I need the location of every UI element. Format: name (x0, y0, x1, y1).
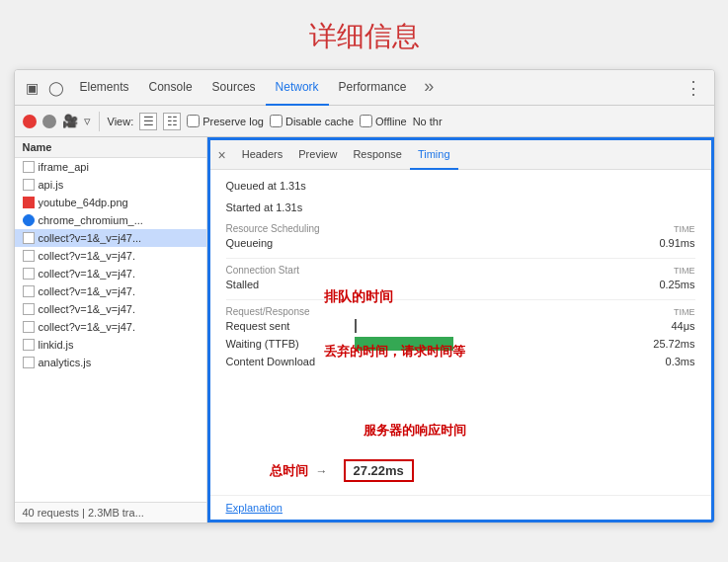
file-icon (23, 179, 35, 191)
explanation-link[interactable]: Explanation (226, 502, 283, 514)
list-item[interactable]: analytics.js (15, 354, 206, 371)
list-item[interactable]: api.js (15, 176, 206, 194)
chrome-icon (23, 214, 35, 226)
item-name: collect?v=1&_v=j47. (39, 285, 135, 297)
throttle-label: No thr (413, 116, 443, 127)
file-icon (23, 268, 35, 280)
item-name: iframe_api (39, 161, 89, 173)
item-name: collect?v=1&_v=j47. (39, 268, 135, 280)
disable-cache-group: Disable cache (270, 115, 354, 127)
disable-cache-checkbox[interactable] (270, 115, 283, 127)
preserve-log-group: Preserve log (187, 115, 264, 127)
divider-1 (226, 258, 695, 259)
file-icon (23, 357, 35, 368)
preserve-log-checkbox[interactable] (187, 115, 200, 127)
connection-start-header: Connection Start TIME (226, 265, 695, 276)
network-toolbar: 🎥 ▿ View: ☰ ☷ Preserve log Disable cache… (15, 106, 714, 137)
view-detail-icon[interactable]: ☷ (163, 113, 181, 130)
timing-tab-bar: × Headers Preview Response Timing (210, 140, 711, 170)
close-panel-button[interactable]: × (218, 147, 226, 163)
bar-marker (355, 319, 357, 333)
view-label: View: (108, 116, 134, 127)
inspect-icon[interactable]: ▣ (23, 78, 42, 98)
resource-scheduling-header: Resource Scheduling TIME (226, 223, 695, 234)
image-icon (23, 197, 35, 208)
disable-cache-label: Disable cache (285, 116, 354, 127)
tab-response[interactable]: Response (345, 140, 410, 170)
tab-headers[interactable]: Headers (234, 140, 291, 170)
request-sent-time: 44μs (631, 320, 695, 332)
clear-button[interactable] (42, 115, 56, 128)
item-name: collect?v=1&_v=j47. (39, 250, 135, 262)
camera-icon[interactable]: 🎥 (62, 114, 78, 128)
item-name: chrome_chromium_... (39, 214, 143, 226)
stalled-time: 0.25ms (631, 279, 695, 290)
network-list-panel: Name iframe_api api.js youtube_64dp.png … (15, 137, 207, 522)
time-header-1: TIME (631, 224, 695, 234)
view-list-icon[interactable]: ☰ (139, 113, 157, 130)
stalled-bar (355, 278, 631, 291)
connection-start-label: Connection Start (226, 265, 631, 276)
browser-window: ▣ ◯ Elements Console Sources Network Per… (14, 69, 715, 523)
tab-elements[interactable]: Elements (70, 70, 139, 106)
page-title: 详细信息 (0, 0, 728, 69)
list-item[interactable]: linkid.js (15, 336, 206, 354)
content-download-bar (355, 355, 631, 368)
tab-console[interactable]: Console (139, 70, 202, 106)
queueing-bar (355, 236, 631, 250)
list-item[interactable]: collect?v=1&_v=j47... (15, 229, 206, 247)
tab-more[interactable]: » (418, 70, 440, 106)
device-icon[interactable]: ◯ (46, 78, 66, 98)
network-list-header: Name (15, 137, 206, 158)
file-icon (23, 321, 35, 333)
request-sent-bar (355, 319, 631, 333)
list-item[interactable]: collect?v=1&_v=j47. (15, 318, 206, 336)
offline-checkbox[interactable] (360, 115, 372, 127)
stalled-label: Stalled (226, 279, 355, 290)
started-info: Started at 1.31s (226, 201, 695, 213)
tab-network[interactable]: Network (266, 70, 329, 106)
tab-preview[interactable]: Preview (290, 140, 345, 170)
toolbar-divider (99, 112, 100, 131)
preserve-log-label: Preserve log (202, 116, 264, 127)
file-icon (23, 250, 35, 262)
record-button[interactable] (23, 115, 37, 128)
time-header-3: TIME (631, 307, 695, 317)
ttfb-row: Waiting (TTFB) 25.72ms (226, 335, 695, 353)
file-icon (23, 161, 35, 173)
tab-sources[interactable]: Sources (202, 70, 266, 106)
ttfb-time: 25.72ms (631, 338, 695, 350)
timing-panel: × Headers Preview Response Timing Queued… (207, 137, 714, 522)
timing-content: Queued at 1.31s Started at 1.31s Resourc… (210, 170, 711, 495)
list-item[interactable]: iframe_api (15, 158, 206, 176)
list-item[interactable]: collect?v=1&_v=j47. (15, 247, 206, 265)
devtools-body: Name iframe_api api.js youtube_64dp.png … (15, 137, 714, 522)
queueing-row: Queueing 0.91ms (226, 234, 695, 252)
offline-group: Offline (360, 115, 407, 127)
devtools-tab-bar: ▣ ◯ Elements Console Sources Network Per… (15, 70, 714, 106)
tab-performance[interactable]: Performance (329, 70, 417, 106)
list-item[interactable]: chrome_chromium_... (15, 211, 206, 229)
item-name: api.js (39, 179, 64, 191)
ttfb-bar (355, 337, 631, 351)
offline-label: Offline (375, 116, 407, 127)
content-download-time: 0.3ms (631, 356, 695, 367)
list-item[interactable]: youtube_64dp.png (15, 194, 206, 211)
devtools-menu-icon[interactable]: ⋮ (681, 77, 706, 99)
tab-timing[interactable]: Timing (410, 140, 458, 170)
content-download-row: Content Download 0.3ms (226, 353, 695, 370)
list-item[interactable]: collect?v=1&_v=j47. (15, 265, 206, 282)
queued-info: Queued at 1.31s (226, 180, 695, 192)
divider-2 (226, 299, 695, 300)
queueing-time: 0.91ms (631, 237, 695, 249)
file-icon (23, 232, 35, 244)
file-icon (23, 303, 35, 315)
list-item[interactable]: collect?v=1&_v=j47. (15, 282, 206, 300)
request-response-label: Request/Response (226, 306, 631, 317)
item-name: collect?v=1&_v=j47. (39, 303, 135, 315)
list-item[interactable]: collect?v=1&_v=j47. (15, 300, 206, 318)
request-response-header: Request/Response TIME (226, 306, 695, 317)
timing-footer: Explanation (210, 495, 711, 520)
filter-icon[interactable]: ▿ (84, 114, 91, 128)
file-icon (23, 339, 35, 351)
